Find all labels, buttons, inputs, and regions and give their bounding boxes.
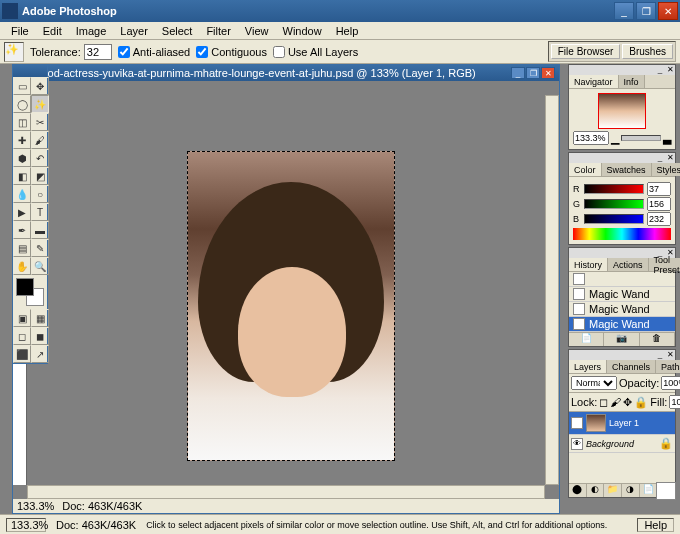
move-tool[interactable]: ✥	[31, 77, 49, 95]
menu-edit[interactable]: Edit	[36, 24, 69, 38]
clone-stamp-tool[interactable]: ⬢	[13, 149, 31, 167]
all-layers-checkbox[interactable]	[273, 46, 285, 58]
magic-wand-tool[interactable]: ✨	[31, 95, 49, 113]
menu-view[interactable]: View	[238, 24, 276, 38]
history-item[interactable]: Magic Wand	[569, 287, 675, 302]
color-tab[interactable]: Color	[569, 163, 602, 176]
layer-thumbnail[interactable]	[586, 414, 606, 432]
history-item[interactable]: Magic Wand	[569, 317, 675, 332]
new-document-icon[interactable]: 📄	[569, 333, 604, 346]
navigator-zoom-slider[interactable]	[621, 135, 661, 141]
lasso-tool[interactable]: ◯	[13, 95, 31, 113]
horizontal-scrollbar[interactable]	[27, 485, 545, 499]
panel-minimize-icon[interactable]: _	[655, 65, 665, 75]
doc-close-button[interactable]: ✕	[541, 67, 555, 79]
doc-size[interactable]: Doc: 463K/463K	[62, 500, 142, 512]
screen-mode-full[interactable]: ⬛	[13, 345, 31, 363]
layers-tab[interactable]: Layers	[569, 360, 607, 373]
navigator-thumbnail[interactable]	[598, 93, 646, 129]
visibility-icon[interactable]: 👁	[571, 438, 583, 450]
panel-close-icon[interactable]: ✕	[665, 65, 675, 75]
tool-presets-tab[interactable]: Tool Presets	[649, 258, 680, 271]
panel-close-icon[interactable]: ✕	[665, 153, 675, 163]
maximize-button[interactable]: ❐	[636, 2, 656, 20]
status-help[interactable]: Help	[637, 518, 674, 532]
menu-help[interactable]: Help	[329, 24, 366, 38]
visibility-icon[interactable]: 👁	[571, 417, 583, 429]
eraser-tool[interactable]: ◧	[13, 167, 31, 185]
menu-layer[interactable]: Layer	[113, 24, 155, 38]
gradient-tool[interactable]: ◩	[31, 167, 49, 185]
vertical-scrollbar[interactable]	[545, 95, 559, 485]
menu-file[interactable]: File	[4, 24, 36, 38]
notes-tool[interactable]: ▤	[13, 239, 31, 257]
marquee-tool[interactable]: ▭	[13, 77, 31, 95]
imageready-button[interactable]: ↗	[31, 345, 49, 363]
layer-name[interactable]: Layer 1	[609, 418, 639, 428]
delete-state-icon[interactable]: 🗑	[640, 333, 675, 346]
lock-position-icon[interactable]: ✥	[623, 396, 632, 409]
doc-zoom[interactable]: 133.3%	[17, 500, 54, 512]
brush-tool[interactable]: 🖌	[31, 131, 49, 149]
menu-filter[interactable]: Filter	[199, 24, 237, 38]
blend-mode-select[interactable]: Normal	[571, 376, 617, 390]
navigator-zoom-input[interactable]	[573, 131, 609, 145]
navigator-tab[interactable]: Navigator	[569, 75, 619, 88]
layer-thumbnail[interactable]	[656, 482, 676, 500]
history-item[interactable]: Magic Wand	[569, 302, 675, 317]
foreground-color[interactable]	[16, 278, 34, 296]
layer-style-icon[interactable]: ⬤	[569, 484, 587, 497]
r-slider[interactable]	[584, 184, 644, 194]
swatches-tab[interactable]: Swatches	[602, 163, 652, 176]
quick-mask-mode[interactable]: ▦	[31, 309, 49, 327]
adjustment-layer-icon[interactable]: ◑	[622, 484, 640, 497]
zoom-tool[interactable]: 🔍	[31, 257, 49, 275]
contiguous-checkbox[interactable]	[196, 46, 208, 58]
status-docsize[interactable]: Doc: 463K/463K	[56, 519, 136, 531]
slice-tool[interactable]: ✂	[31, 113, 49, 131]
styles-tab[interactable]: Styles	[652, 163, 680, 176]
panel-close-icon[interactable]: ✕	[665, 350, 675, 360]
contiguous-check[interactable]: Contiguous	[196, 46, 267, 58]
lock-all-icon[interactable]: 🔒	[634, 396, 648, 409]
b-input[interactable]	[647, 212, 671, 226]
menu-select[interactable]: Select	[155, 24, 200, 38]
minimize-button[interactable]: _	[614, 2, 634, 20]
g-slider[interactable]	[584, 199, 644, 209]
layer-row[interactable]: 👁 Background 🔒	[569, 435, 675, 453]
toolbox-titlebar[interactable]	[13, 65, 47, 77]
pen-tool[interactable]: ✒	[13, 221, 31, 239]
screen-mode-full-menu[interactable]: ◼	[31, 327, 49, 345]
panel-minimize-icon[interactable]: _	[655, 153, 665, 163]
zoom-out-icon[interactable]: ▁	[611, 132, 619, 145]
document-titlebar[interactable]: ollywood-actress-yuvika-at-purnima-mhatr…	[13, 65, 559, 81]
color-spectrum[interactable]	[573, 228, 671, 240]
canvas-area[interactable]	[27, 81, 545, 485]
healing-brush-tool[interactable]: ✚	[13, 131, 31, 149]
opacity-input[interactable]	[661, 376, 680, 390]
brushes-tab[interactable]: Brushes	[622, 44, 673, 59]
menu-window[interactable]: Window	[276, 24, 329, 38]
b-slider[interactable]	[584, 214, 644, 224]
doc-minimize-button[interactable]: _	[511, 67, 525, 79]
antialiased-check[interactable]: Anti-aliased	[118, 46, 190, 58]
standard-mode[interactable]: ▣	[13, 309, 31, 327]
history-brush-tool[interactable]: ↶	[31, 149, 49, 167]
path-selection-tool[interactable]: ▶	[13, 203, 31, 221]
menu-image[interactable]: Image	[69, 24, 114, 38]
channels-tab[interactable]: Channels	[607, 360, 656, 373]
history-tab[interactable]: History	[569, 258, 608, 271]
canvas[interactable]	[187, 151, 395, 461]
eyedropper-tool[interactable]: ✎	[31, 239, 49, 257]
r-input[interactable]	[647, 182, 671, 196]
paths-tab[interactable]: Paths	[656, 360, 680, 373]
shape-tool[interactable]: ▬	[31, 221, 49, 239]
actions-tab[interactable]: Actions	[608, 258, 649, 271]
color-swatches[interactable]	[16, 278, 44, 306]
status-zoom[interactable]: 133.3%	[6, 518, 46, 532]
layer-name[interactable]: Background	[586, 439, 634, 449]
panel-minimize-icon[interactable]: _	[655, 350, 665, 360]
lock-pixels-icon[interactable]: 🖌	[610, 396, 621, 408]
zoom-in-icon[interactable]: ▃	[663, 132, 671, 145]
close-button[interactable]: ✕	[658, 2, 678, 20]
